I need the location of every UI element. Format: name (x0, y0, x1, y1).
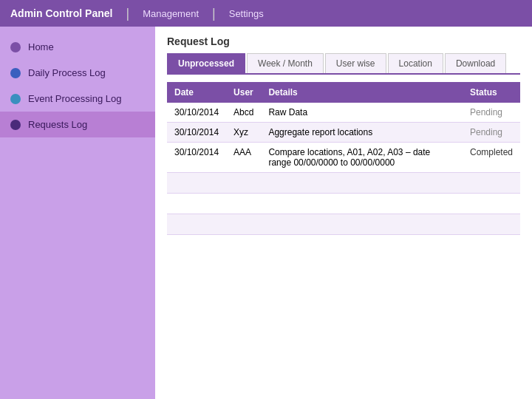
tab-week-month[interactable]: Week / Month (247, 53, 324, 73)
cell-date: 30/10/2014 (167, 123, 226, 143)
table-row: 30/10/2014AAACompare locations, A01, A02… (167, 143, 520, 173)
tab-location[interactable]: Location (388, 53, 443, 73)
cell-details: Compare locations, A01, A02, A03 – date … (261, 143, 463, 173)
cell-details: Aggregate report locations (261, 123, 463, 143)
table-row-empty (167, 194, 520, 214)
cell-status: Pending (463, 103, 520, 123)
table-row-empty (167, 214, 520, 235)
request-log-table: Date User Details Status 30/10/2014AbcdR… (167, 82, 520, 235)
nav-management[interactable]: Management (143, 8, 199, 19)
tab-unprocessed[interactable]: Unprocessed (167, 53, 245, 73)
sidebar-item-requests-log[interactable]: Requests Log (0, 112, 155, 137)
col-header-details: Details (261, 82, 463, 103)
cell-status: Completed (463, 143, 520, 173)
sidebar-label-home: Home (28, 41, 54, 52)
sidebar-dot-home (10, 42, 21, 52)
sidebar-dot-requests (10, 120, 21, 130)
cell-user: Xyz (226, 123, 261, 143)
divider-2: | (212, 6, 216, 21)
tab-bar: Unprocessed Week / Month User wise Locat… (167, 53, 520, 75)
nav-settings[interactable]: Settings (229, 8, 264, 19)
sidebar-item-event-processing-log[interactable]: Event Processing Log (0, 86, 155, 112)
section-title: Request Log (167, 35, 520, 47)
sidebar-dot-daily (10, 68, 21, 78)
tab-download[interactable]: Download (445, 53, 506, 73)
col-header-status: Status (463, 82, 520, 103)
app-title: Admin Control Panel (10, 7, 112, 19)
top-nav: Admin Control Panel | Management | Setti… (0, 0, 532, 27)
sidebar-label-daily: Daily Process Log (28, 67, 106, 78)
col-header-user: User (226, 82, 261, 103)
divider-1: | (126, 6, 129, 21)
sidebar: Home Daily Process Log Event Processing … (0, 27, 155, 399)
main-layout: Home Daily Process Log Event Processing … (0, 27, 532, 399)
sidebar-item-daily-process-log[interactable]: Daily Process Log (0, 60, 155, 86)
cell-user: Abcd (226, 103, 261, 123)
table-header-row: Date User Details Status (167, 82, 520, 103)
sidebar-dot-event (10, 94, 21, 104)
table-row-empty (167, 173, 520, 194)
cell-user: AAA (226, 143, 261, 173)
table-row: 30/10/2014AbcdRaw DataPending (167, 103, 520, 123)
cell-status: Pending (463, 123, 520, 143)
cell-date: 30/10/2014 (167, 143, 226, 173)
col-header-date: Date (167, 82, 226, 103)
tab-user-wise[interactable]: User wise (325, 53, 386, 73)
cell-details: Raw Data (261, 103, 463, 123)
sidebar-label-event: Event Processing Log (28, 93, 121, 104)
sidebar-item-home[interactable]: Home (0, 34, 155, 60)
content-area: Request Log Unprocessed Week / Month Use… (155, 27, 532, 399)
table-row: 30/10/2014XyzAggregate report locationsP… (167, 123, 520, 143)
sidebar-label-requests: Requests Log (28, 119, 87, 130)
cell-date: 30/10/2014 (167, 103, 226, 123)
